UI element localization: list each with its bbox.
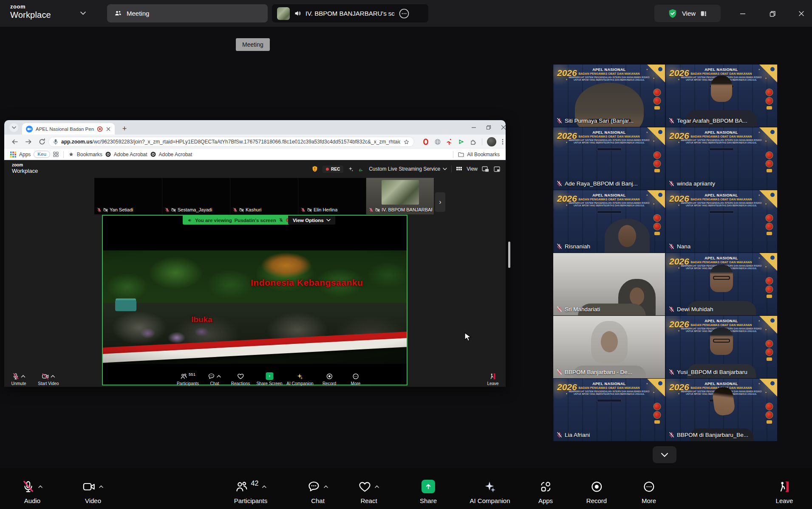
participant-tile[interactable]: BBPOM Banjarbaru - De... [553, 316, 665, 378]
participant-tile[interactable]: 2026APEL NASIONALBADAN PENGAWAS OBAT DAN… [665, 65, 777, 127]
tab-shared-screen[interactable]: IV. BBPOM BANJARBARU's sc [272, 4, 428, 22]
toolbar-record-button[interactable]: Record [586, 479, 607, 504]
view-button[interactable]: View [654, 5, 721, 22]
bookmarks-label[interactable]: Bookmarks [77, 152, 102, 157]
new-tab-button[interactable]: + [119, 123, 130, 134]
forward-icon[interactable] [25, 138, 32, 146]
toolbar-more-button[interactable]: More [351, 372, 361, 386]
profile-keu-pill[interactable]: Keu [34, 151, 50, 158]
tab-meeting[interactable]: Meeting [107, 4, 268, 22]
toolbar-share-screen-button[interactable]: Share Screen [256, 372, 282, 386]
toolbar-apps-button[interactable]: Apps [538, 479, 553, 504]
filmstrip-tile[interactable]: Elin Herlina [298, 178, 366, 214]
tab-more-options-icon[interactable] [399, 8, 410, 19]
tab-close-icon[interactable] [106, 127, 111, 132]
extension-green-icon[interactable] [458, 138, 465, 145]
browser-tab[interactable]: APEL Nasional Badan Penga [22, 123, 115, 135]
participant-tile[interactable]: 2026APEL NASIONALBADAN PENGAWAS OBAT DAN… [665, 253, 777, 315]
share-screen-icon [422, 480, 435, 493]
toolbar-leave-button[interactable]: Leave [487, 372, 498, 386]
slide-date-pill [709, 148, 734, 151]
toolbar-reactions-button[interactable]: Reactions [231, 372, 250, 386]
bookmark-star-icon[interactable] [403, 139, 410, 145]
bookmark-apps-label[interactable]: Apps [19, 152, 31, 157]
toolbar-leave-button[interactable]: Leave [776, 479, 793, 504]
toolbar-participants-button[interactable]: 42Participants [234, 479, 267, 504]
toolbar-share-button[interactable]: Share [420, 479, 437, 504]
reload-icon[interactable] [38, 138, 46, 146]
toolbar-chat-button[interactable]: Chat [307, 479, 328, 504]
toolbar-chat-button[interactable]: Chat [208, 372, 221, 386]
popout-icon[interactable] [493, 166, 501, 172]
participant-tile[interactable]: 2026APEL NASIONALBADAN PENGAWAS OBAT DAN… [553, 65, 665, 127]
extension-runner-icon[interactable] [446, 138, 453, 145]
tab-search-button[interactable] [9, 123, 18, 132]
toolbar-video-button[interactable]: Video [82, 479, 104, 504]
workspace-chevron-down-icon[interactable] [80, 11, 86, 16]
browser-minimize-button[interactable] [467, 122, 480, 133]
chevron-up-icon[interactable] [323, 485, 328, 489]
security-shield-icon[interactable] [311, 166, 318, 172]
apps-grid-icon[interactable] [10, 152, 16, 157]
participant-tile[interactable]: 2026APEL NASIONALBADAN PENGAWAS OBAT DAN… [553, 379, 665, 441]
bookmarks-star-icon [68, 152, 74, 157]
toolbar-start-video-button[interactable]: Start Video [38, 372, 59, 386]
tab-groups-icon[interactable] [53, 152, 59, 157]
filmstrip-next-button[interactable]: › [435, 192, 445, 212]
participant-name: Tegar Arafah_BBPOM BA... [677, 118, 747, 124]
view-options-button[interactable]: View Options [288, 216, 335, 225]
toolbar-react-button[interactable]: React [358, 479, 379, 504]
participant-tile[interactable]: 2026APEL NASIONALBADAN PENGAWAS OBAT DAN… [553, 127, 665, 190]
participant-tile[interactable]: 2026APEL NASIONALBADAN PENGAWAS OBAT DAN… [665, 127, 777, 190]
speaker-icon[interactable] [294, 9, 302, 17]
inner-meeting-toolbar: UnmuteStart Video551ParticipantsChatReac… [4, 371, 506, 387]
bookmark-acrobat-1[interactable]: Adobe Acrobat [114, 152, 147, 157]
streaming-service-menu[interactable]: Custom Live Streaming Service [369, 166, 447, 172]
toolbar-record-button[interactable]: Record [323, 372, 336, 386]
chevron-up-icon[interactable] [50, 374, 55, 378]
toolbar-ai-companion-button[interactable]: AI Companion [286, 372, 313, 386]
inner-view-button[interactable]: View [467, 166, 478, 172]
browser-menu-icon[interactable] [500, 138, 506, 145]
chevron-up-icon[interactable] [20, 374, 25, 378]
address-bar[interactable]: app.zoom.us/wc/96230592283/join?_x_zm_rt… [48, 137, 414, 147]
ai-sparkle-icon[interactable] [348, 166, 354, 172]
browser-profile-avatar[interactable] [487, 137, 496, 146]
back-icon[interactable] [11, 138, 19, 146]
participant-tile[interactable]: 2026APEL NASIONALBADAN PENGAWAS OBAT DAN… [553, 190, 665, 253]
pip-icon[interactable] [482, 166, 489, 172]
close-button[interactable] [794, 8, 809, 20]
toolbar-audio-button[interactable]: Audio [22, 479, 43, 504]
scrollbar[interactable] [508, 242, 510, 268]
chevron-up-icon[interactable] [216, 374, 221, 378]
filmstrip-tile[interactable]: Kashuri [230, 178, 298, 214]
extension-globe-icon[interactable] [434, 138, 441, 145]
toolbar-more-button[interactable]: More [642, 479, 656, 504]
toolbar-unmute-button[interactable]: Unmute [11, 372, 26, 386]
filmstrip-tile[interactable]: Sestama_Jayadi [162, 178, 230, 214]
minimize-button[interactable] [736, 8, 750, 20]
browser-close-button[interactable] [497, 122, 506, 133]
toolbar-ai-companion-button[interactable]: AI Companion [470, 479, 510, 504]
participant-tile[interactable]: 2026APEL NASIONALBADAN PENGAWAS OBAT DAN… [665, 379, 777, 441]
all-bookmarks-label[interactable]: All Bookmarks [467, 152, 500, 157]
filmstrip-tile[interactable]: Yan Setiadi [94, 178, 162, 214]
toolbar-participants-button[interactable]: 551Participants [177, 372, 199, 386]
gallery-collapse-button[interactable] [653, 446, 676, 463]
chevron-up-icon[interactable] [261, 485, 266, 489]
site-info-icon[interactable] [53, 139, 58, 145]
extensions-puzzle-icon[interactable] [470, 138, 477, 145]
participant-tile[interactable]: 2026APEL NASIONALBADAN PENGAWAS OBAT DAN… [665, 316, 777, 378]
live-signal-icon[interactable] [358, 166, 365, 172]
participant-tile[interactable]: 2026APEL NASIONALBADAN PENGAWAS OBAT DAN… [665, 190, 777, 253]
restore-button[interactable] [765, 8, 780, 20]
chevron-up-icon[interactable] [374, 485, 379, 489]
browser-restore-button[interactable] [482, 122, 495, 133]
chevron-up-icon[interactable] [38, 485, 43, 489]
filmstrip-video-thumbnail [382, 180, 419, 205]
participant-tile[interactable]: Sri Mahdariati [553, 253, 665, 315]
bookmark-acrobat-2[interactable]: Adobe Acrobat [159, 152, 192, 157]
filmstrip-tile[interactable]: IV. BBPOM BANJARBARU [366, 178, 434, 214]
extension-opera-icon[interactable] [422, 138, 429, 145]
chevron-up-icon[interactable] [99, 485, 104, 489]
